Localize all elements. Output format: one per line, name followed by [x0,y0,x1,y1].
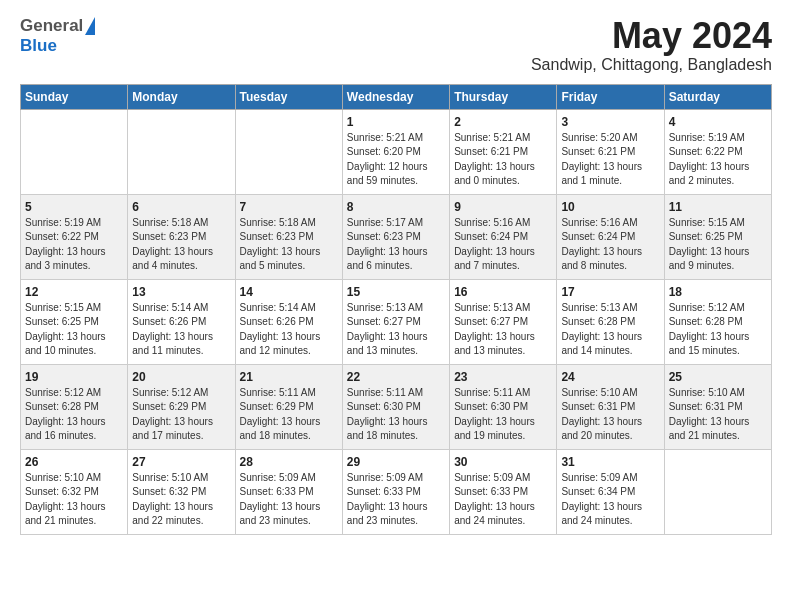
day-info: Sunrise: 5:19 AM Sunset: 6:22 PM Dayligh… [669,131,767,189]
day-number: 5 [25,200,123,214]
location: Sandwip, Chittagong, Bangladesh [531,56,772,74]
calendar-cell: 16Sunrise: 5:13 AM Sunset: 6:27 PM Dayli… [450,279,557,364]
calendar-cell: 6Sunrise: 5:18 AM Sunset: 6:23 PM Daylig… [128,194,235,279]
day-number: 7 [240,200,338,214]
weekday-header-monday: Monday [128,84,235,109]
weekday-header-thursday: Thursday [450,84,557,109]
day-info: Sunrise: 5:21 AM Sunset: 6:21 PM Dayligh… [454,131,552,189]
day-number: 15 [347,285,445,299]
day-number: 29 [347,455,445,469]
week-row-1: 1Sunrise: 5:21 AM Sunset: 6:20 PM Daylig… [21,109,772,194]
weekday-header-sunday: Sunday [21,84,128,109]
calendar-cell: 27Sunrise: 5:10 AM Sunset: 6:32 PM Dayli… [128,449,235,534]
day-info: Sunrise: 5:15 AM Sunset: 6:25 PM Dayligh… [669,216,767,274]
day-info: Sunrise: 5:10 AM Sunset: 6:32 PM Dayligh… [132,471,230,529]
calendar-cell: 24Sunrise: 5:10 AM Sunset: 6:31 PM Dayli… [557,364,664,449]
week-row-5: 26Sunrise: 5:10 AM Sunset: 6:32 PM Dayli… [21,449,772,534]
calendar-cell [664,449,771,534]
calendar-cell: 25Sunrise: 5:10 AM Sunset: 6:31 PM Dayli… [664,364,771,449]
day-info: Sunrise: 5:10 AM Sunset: 6:31 PM Dayligh… [669,386,767,444]
calendar-cell: 5Sunrise: 5:19 AM Sunset: 6:22 PM Daylig… [21,194,128,279]
day-number: 26 [25,455,123,469]
calendar-cell: 1Sunrise: 5:21 AM Sunset: 6:20 PM Daylig… [342,109,449,194]
calendar-cell: 29Sunrise: 5:09 AM Sunset: 6:33 PM Dayli… [342,449,449,534]
logo-general: General [20,16,83,36]
day-info: Sunrise: 5:09 AM Sunset: 6:33 PM Dayligh… [454,471,552,529]
day-info: Sunrise: 5:18 AM Sunset: 6:23 PM Dayligh… [132,216,230,274]
logo: General Blue [20,16,95,56]
week-row-3: 12Sunrise: 5:15 AM Sunset: 6:25 PM Dayli… [21,279,772,364]
calendar-cell: 12Sunrise: 5:15 AM Sunset: 6:25 PM Dayli… [21,279,128,364]
day-number: 3 [561,115,659,129]
weekday-header-row: SundayMondayTuesdayWednesdayThursdayFrid… [21,84,772,109]
calendar-cell: 26Sunrise: 5:10 AM Sunset: 6:32 PM Dayli… [21,449,128,534]
day-number: 1 [347,115,445,129]
day-number: 17 [561,285,659,299]
calendar-cell: 8Sunrise: 5:17 AM Sunset: 6:23 PM Daylig… [342,194,449,279]
day-number: 11 [669,200,767,214]
calendar-cell: 14Sunrise: 5:14 AM Sunset: 6:26 PM Dayli… [235,279,342,364]
day-info: Sunrise: 5:10 AM Sunset: 6:31 PM Dayligh… [561,386,659,444]
day-number: 8 [347,200,445,214]
header: General Blue May 2024 Sandwip, Chittagon… [20,16,772,74]
weekday-header-saturday: Saturday [664,84,771,109]
day-number: 21 [240,370,338,384]
day-info: Sunrise: 5:13 AM Sunset: 6:28 PM Dayligh… [561,301,659,359]
day-number: 20 [132,370,230,384]
calendar-cell: 15Sunrise: 5:13 AM Sunset: 6:27 PM Dayli… [342,279,449,364]
day-number: 16 [454,285,552,299]
calendar-cell: 3Sunrise: 5:20 AM Sunset: 6:21 PM Daylig… [557,109,664,194]
calendar-cell: 7Sunrise: 5:18 AM Sunset: 6:23 PM Daylig… [235,194,342,279]
week-row-4: 19Sunrise: 5:12 AM Sunset: 6:28 PM Dayli… [21,364,772,449]
calendar-table: SundayMondayTuesdayWednesdayThursdayFrid… [20,84,772,535]
day-info: Sunrise: 5:16 AM Sunset: 6:24 PM Dayligh… [561,216,659,274]
day-number: 22 [347,370,445,384]
day-number: 14 [240,285,338,299]
day-number: 25 [669,370,767,384]
day-info: Sunrise: 5:12 AM Sunset: 6:28 PM Dayligh… [669,301,767,359]
calendar-cell [235,109,342,194]
day-info: Sunrise: 5:13 AM Sunset: 6:27 PM Dayligh… [454,301,552,359]
day-info: Sunrise: 5:16 AM Sunset: 6:24 PM Dayligh… [454,216,552,274]
day-number: 9 [454,200,552,214]
day-number: 30 [454,455,552,469]
day-number: 24 [561,370,659,384]
calendar-cell: 10Sunrise: 5:16 AM Sunset: 6:24 PM Dayli… [557,194,664,279]
day-number: 23 [454,370,552,384]
calendar-cell: 31Sunrise: 5:09 AM Sunset: 6:34 PM Dayli… [557,449,664,534]
day-info: Sunrise: 5:17 AM Sunset: 6:23 PM Dayligh… [347,216,445,274]
logo-icon [85,17,95,35]
day-number: 6 [132,200,230,214]
day-info: Sunrise: 5:18 AM Sunset: 6:23 PM Dayligh… [240,216,338,274]
calendar-cell: 2Sunrise: 5:21 AM Sunset: 6:21 PM Daylig… [450,109,557,194]
day-number: 28 [240,455,338,469]
calendar-cell: 18Sunrise: 5:12 AM Sunset: 6:28 PM Dayli… [664,279,771,364]
day-info: Sunrise: 5:21 AM Sunset: 6:20 PM Dayligh… [347,131,445,189]
day-info: Sunrise: 5:19 AM Sunset: 6:22 PM Dayligh… [25,216,123,274]
calendar-cell: 17Sunrise: 5:13 AM Sunset: 6:28 PM Dayli… [557,279,664,364]
day-info: Sunrise: 5:13 AM Sunset: 6:27 PM Dayligh… [347,301,445,359]
logo-blue: Blue [20,36,57,56]
calendar-cell: 20Sunrise: 5:12 AM Sunset: 6:29 PM Dayli… [128,364,235,449]
day-info: Sunrise: 5:11 AM Sunset: 6:29 PM Dayligh… [240,386,338,444]
day-info: Sunrise: 5:11 AM Sunset: 6:30 PM Dayligh… [347,386,445,444]
day-number: 19 [25,370,123,384]
day-number: 13 [132,285,230,299]
weekday-header-friday: Friday [557,84,664,109]
day-info: Sunrise: 5:15 AM Sunset: 6:25 PM Dayligh… [25,301,123,359]
month-title: May 2024 [531,16,772,56]
calendar-cell: 30Sunrise: 5:09 AM Sunset: 6:33 PM Dayli… [450,449,557,534]
week-row-2: 5Sunrise: 5:19 AM Sunset: 6:22 PM Daylig… [21,194,772,279]
day-info: Sunrise: 5:09 AM Sunset: 6:34 PM Dayligh… [561,471,659,529]
calendar-cell [128,109,235,194]
day-info: Sunrise: 5:12 AM Sunset: 6:28 PM Dayligh… [25,386,123,444]
title-area: May 2024 Sandwip, Chittagong, Bangladesh [531,16,772,74]
calendar-cell [21,109,128,194]
calendar-cell: 21Sunrise: 5:11 AM Sunset: 6:29 PM Dayli… [235,364,342,449]
calendar-cell: 23Sunrise: 5:11 AM Sunset: 6:30 PM Dayli… [450,364,557,449]
calendar-cell: 19Sunrise: 5:12 AM Sunset: 6:28 PM Dayli… [21,364,128,449]
calendar-cell: 4Sunrise: 5:19 AM Sunset: 6:22 PM Daylig… [664,109,771,194]
day-info: Sunrise: 5:14 AM Sunset: 6:26 PM Dayligh… [240,301,338,359]
calendar-cell: 9Sunrise: 5:16 AM Sunset: 6:24 PM Daylig… [450,194,557,279]
calendar-cell: 13Sunrise: 5:14 AM Sunset: 6:26 PM Dayli… [128,279,235,364]
